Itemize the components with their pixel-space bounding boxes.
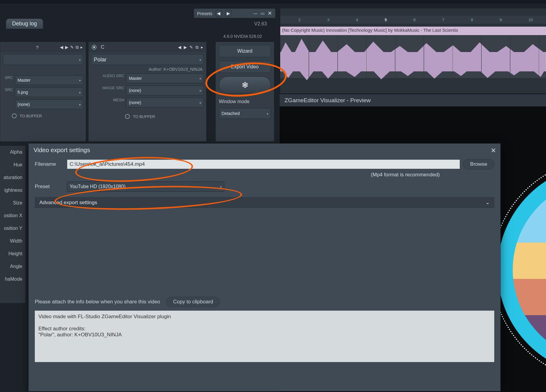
chevron-right-icon: ▸ — [79, 103, 81, 106]
layer-panel-mid: C ◀ ▶ ✎ ⧉ ▸ Polar▸ Author: K+OBV10U3_NIN… — [88, 42, 206, 142]
window-mode-label: Window mode — [219, 99, 271, 104]
mesh-field[interactable]: (none)▸ — [126, 98, 204, 107]
debug-log-tab[interactable]: Debug log — [6, 19, 43, 29]
copy-to-clipboard-button[interactable]: Copy to clipboard — [166, 297, 220, 307]
nav-prev-icon[interactable]: ◀ — [178, 45, 181, 50]
chevron-right-icon: ▸ — [200, 58, 202, 62]
export-video-button-label: Export Video — [231, 64, 258, 70]
plugin-version-label: V2.63 — [254, 21, 267, 27]
browse-button[interactable]: Browse — [463, 159, 494, 169]
src-master-value: Master — [18, 78, 31, 83]
param-label: osition Y — [0, 222, 25, 235]
to-buffer-label: TO BUFFER — [20, 114, 42, 118]
preset-label: Preset — [35, 184, 64, 190]
chevron-down-icon: ⌄ — [485, 199, 490, 206]
src-extra-field[interactable]: (none)▸ — [15, 100, 83, 109]
maximize-icon[interactable]: ▭ — [261, 11, 265, 16]
audio-src-field[interactable]: Master▸ — [126, 74, 204, 83]
close-window-icon[interactable]: ✕ — [268, 10, 272, 17]
tick-label: 3 — [327, 18, 329, 22]
image-src-value: (none) — [129, 88, 141, 93]
playlist-area: 2 3 4 5 6 7 8 9 10 (No Copyright Music) … — [280, 8, 546, 93]
param-label: haMode — [0, 273, 25, 286]
chevron-right-icon: ▸ — [220, 185, 222, 189]
param-label: osition X — [0, 209, 25, 222]
tick-label: 9 — [500, 18, 502, 22]
layer-letter-label: C — [101, 44, 104, 50]
param-label: Width — [0, 235, 25, 247]
browse-button-label: Browse — [470, 161, 487, 167]
src-image-field[interactable]: fi.png▸ — [15, 87, 83, 97]
preset-value: YouTube HD (1920x1080) — [70, 184, 126, 189]
preset-next-button[interactable]: ▶ — [225, 10, 232, 17]
src-image-value: fi.png — [18, 90, 28, 95]
audio-clip-title: (No Copyright Music) Innovation [Technol… — [280, 27, 546, 35]
tick-label: 5 — [385, 18, 387, 22]
nav-next-icon[interactable]: ▶ — [184, 45, 187, 50]
layer-panel-left: ? ◀ ▶ ✎ ⧉ ▸ ▸ SRC Master▸ SRC fi.png▸ (n… — [0, 42, 86, 142]
wizard-button-label: Wizard — [237, 48, 252, 54]
image-src-label: IMAGE SRC — [91, 86, 124, 95]
help-icon[interactable]: ? — [36, 45, 38, 50]
attach-info-label: Please attach the info below when you sh… — [35, 299, 160, 305]
preset-prev-button[interactable]: ◀ — [215, 10, 222, 17]
src-label: SRC — [3, 75, 13, 85]
audio-clip[interactable]: (No Copyright Music) Innovation [Technol… — [280, 27, 546, 78]
filename-label: Filename — [35, 161, 64, 167]
author-name: K+OBV10U3_NINJA — [163, 67, 202, 72]
wizard-button[interactable]: Wizard — [219, 45, 271, 57]
timeline-ruler[interactable]: 2 3 4 5 6 7 8 9 10 — [280, 16, 546, 24]
presets-label: Presets — [197, 11, 212, 16]
copy-icon[interactable]: ⧉ — [76, 45, 79, 50]
param-label-column: Alpha Hue aturation ightness Size ositio… — [0, 146, 25, 303]
chevron-right-icon[interactable]: ▸ — [81, 45, 83, 50]
nav-next-icon[interactable]: ▶ — [65, 45, 68, 50]
minimize-icon[interactable]: — — [253, 11, 258, 16]
chevron-right-icon: ▸ — [79, 90, 81, 94]
chevron-right-icon: ▸ — [267, 112, 269, 116]
advanced-settings-label: Advanced export settings — [39, 200, 97, 206]
filename-input[interactable] — [67, 159, 460, 169]
layer-enabled-radio[interactable] — [92, 45, 97, 50]
freeze-button[interactable]: ❄ — [219, 77, 271, 93]
tick-label: 7 — [442, 18, 444, 22]
window-mode-field[interactable]: Detached▸ — [219, 108, 271, 119]
image-src-field[interactable]: (none)▸ — [126, 86, 204, 95]
export-video-button[interactable]: Export Video — [219, 61, 271, 73]
src-label: SRC — [3, 87, 13, 97]
chevron-right-icon: ▸ — [200, 77, 202, 80]
audio-src-value: Master — [129, 76, 142, 81]
dialog-close-button[interactable]: ✕ — [491, 147, 496, 155]
chevron-right-icon: ▸ — [200, 101, 202, 105]
advanced-settings-toggle[interactable]: Advanced export settings ⌄ — [35, 197, 494, 208]
copy-icon[interactable]: ⧉ — [196, 45, 199, 50]
copy-to-clipboard-label: Copy to clipboard — [173, 299, 213, 305]
author-line: Author: K+OBV10U3_NINJA — [89, 67, 206, 72]
debug-tab-bar: Debug log — [6, 19, 43, 29]
tick-label: 8 — [471, 18, 473, 22]
param-label: Alpha — [0, 146, 25, 158]
gpu-driver-label: 4.6.0 NVIDIA 528.02 — [223, 34, 262, 39]
layer-name-field-left[interactable]: ▸ — [3, 54, 83, 65]
to-buffer-radio-left[interactable] — [12, 113, 17, 118]
credits-textarea[interactable]: Video made with FL-Studio ZGameEditor Vi… — [35, 311, 494, 362]
nav-prev-icon[interactable]: ◀ — [60, 45, 63, 50]
toolbar-top-edge — [0, 0, 546, 4]
video-export-dialog: Video export settings ✕ Filename Browse … — [28, 143, 501, 391]
param-label: aturation — [0, 171, 25, 184]
paint-icon[interactable]: ✎ — [189, 45, 193, 50]
to-buffer-radio-mid[interactable] — [125, 114, 130, 119]
preset-dropdown[interactable]: YouTube HD (1920x1080)▸ — [67, 181, 224, 192]
effect-name-value: Polar — [94, 57, 107, 63]
src-master-field[interactable]: Master▸ — [15, 75, 83, 85]
window-mode-value: Detached — [222, 111, 240, 116]
param-label: Size — [0, 197, 25, 209]
dialog-title: Video export settings — [29, 144, 500, 157]
format-hint: (Mp4 format is recommended) — [29, 172, 500, 180]
chevron-right-icon: ▸ — [79, 58, 81, 62]
to-buffer-label: TO BUFFER — [133, 114, 155, 119]
chevron-right-icon[interactable]: ▸ — [201, 45, 203, 50]
paint-icon[interactable]: ✎ — [70, 45, 74, 50]
chevron-right-icon: ▸ — [79, 78, 81, 82]
effect-name-field[interactable]: Polar▸ — [91, 54, 204, 65]
